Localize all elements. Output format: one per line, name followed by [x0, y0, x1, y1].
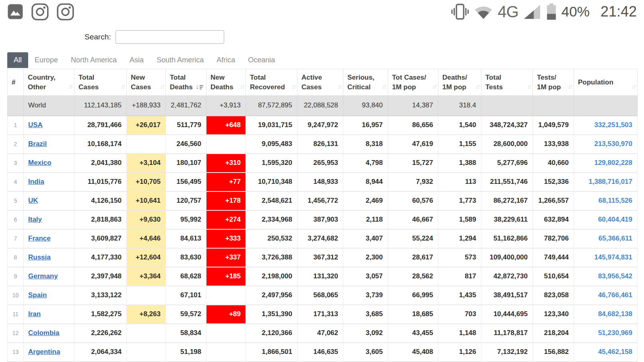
cell-total-cases: 2,064,334 [74, 343, 127, 362]
cell-deaths-1m-pop: 113 [438, 173, 481, 191]
cell-rank: 3 [8, 154, 24, 173]
population-link[interactable]: 46,766,461 [574, 286, 638, 305]
cell-new-deaths: +274 [206, 210, 246, 229]
cell-new-cases: +188,933 [127, 96, 166, 116]
cell-deaths-1m-pop: 1,540 [438, 116, 481, 135]
cell-active-cases: 265,953 [297, 154, 343, 173]
country-link-italy[interactable]: Italy [28, 216, 42, 223]
column-header-total-cases[interactable]: TotalCases↓↑ [74, 69, 127, 96]
column-header-total-deaths[interactable]: TotalDeaths↓ [166, 69, 206, 96]
column-header-new-deaths[interactable]: NewDeaths↓↑ [206, 69, 246, 96]
cell-rank: 7 [8, 229, 24, 248]
country-row: 8Russia4,177,330+12,60483,630+3373,726,3… [8, 248, 638, 267]
population-link[interactable]: 45,462,158 [574, 343, 638, 362]
cell-total-recovered: 2,198,000 [246, 267, 297, 286]
country-link-brazil[interactable]: Brazil [28, 140, 47, 148]
country-link-colombia[interactable]: Colombia [28, 329, 59, 337]
instagram-icon [57, 3, 74, 21]
country-link-iran[interactable]: Iran [28, 310, 41, 318]
tab-asia[interactable]: Asia [123, 52, 150, 68]
country-row: 6Italy2,818,863+9,63095,992+2742,334,968… [8, 210, 638, 229]
header-label: 1M pop [442, 82, 478, 92]
header-label: Country, [28, 73, 71, 82]
notification-icons [7, 3, 74, 21]
country-link-india[interactable]: India [28, 178, 44, 185]
country-row: 11Iran1,582,275+8,26359,572+891,351,3901… [8, 305, 638, 324]
tab-all[interactable]: All [7, 52, 28, 68]
gallery-icon [7, 4, 23, 20]
cell-new-deaths [206, 286, 246, 305]
cell-serious-critical: 3,057 [343, 267, 388, 286]
cell-total-cases: 3,133,122 [74, 286, 127, 305]
population-link[interactable]: 68,115,526 [574, 191, 638, 210]
column-header-total-tests[interactable]: TotalTests↓↑ [481, 69, 533, 96]
cell-new-deaths: +3,913 [206, 96, 246, 116]
cell-total-cases: 2,818,863 [74, 210, 127, 229]
column-header-active-cases[interactable]: ActiveCases↓↑ [297, 69, 343, 96]
country-link-spain[interactable]: Spain [28, 291, 47, 299]
population-link[interactable]: 213,530,970 [574, 135, 638, 154]
population-link[interactable]: 65,366,611 [574, 229, 638, 248]
country-link-mexico[interactable]: Mexico [28, 159, 52, 167]
cell-rank: 8 [8, 248, 24, 267]
cell-rank: 10 [8, 286, 24, 305]
tab-north-america[interactable]: North America [64, 52, 123, 68]
cell-total-recovered: 19,031,715 [246, 116, 297, 135]
cell-serious-critical: 3,605 [343, 343, 388, 362]
country-link-germany[interactable]: Germany [28, 272, 58, 280]
column-header-total-recovered[interactable]: TotalRecovered↓↑ [246, 69, 297, 96]
population-link[interactable]: 83,956,542 [574, 267, 638, 286]
sort-icon: ↓↑ [121, 83, 124, 90]
tab-oceania[interactable]: Oceania [242, 52, 281, 68]
population-link[interactable]: 129,802,228 [574, 154, 638, 173]
population-link[interactable]: 84,682,138 [574, 305, 638, 324]
column-header-deaths-1m-pop[interactable]: Deaths/1M pop↓↑ [438, 69, 481, 96]
tab-south-america[interactable]: South America [150, 52, 210, 68]
tab-africa[interactable]: Africa [210, 52, 242, 68]
cell-country: Russia [24, 248, 74, 267]
column-header-tests-1m-pop[interactable]: Tests/1M pop↓↑ [533, 69, 574, 96]
search-row: Search: [0, 23, 644, 51]
cell-tot-cases-1m-pop: 14,387 [388, 96, 438, 116]
population-link[interactable]: 332,251,503 [574, 116, 638, 135]
cell-total-tests: 10,444,695 [481, 305, 533, 324]
population-link[interactable]: 51,230,969 [574, 324, 638, 343]
cell-rank: 6 [8, 210, 24, 229]
column-header-serious-critical[interactable]: Serious,Critical↓↑ [343, 69, 388, 96]
population-link[interactable]: 145,974,831 [574, 248, 638, 267]
cell-deaths-1m-pop: 1,148 [438, 324, 481, 343]
cell-total-deaths: 68,628 [166, 267, 206, 286]
country-row: 4India11,015,776+10,705156,495+7710,710,… [8, 173, 638, 191]
cell-total-tests: 86,272,167 [481, 191, 533, 210]
cell-rank: 13 [8, 343, 24, 362]
cell-tot-cases-1m-pop: 28,562 [388, 267, 438, 286]
cellular-signal-icon [523, 4, 541, 20]
cell-total-deaths: 58,834 [166, 324, 206, 343]
column-header-tot-cases-1m-pop[interactable]: Tot Cases/1M pop↓↑ [388, 69, 438, 96]
cell-new-cases: +12,604 [127, 248, 166, 267]
header-label: Population [578, 78, 634, 87]
cell-active-cases: 826,131 [297, 135, 343, 154]
population-link[interactable]: 1,388,716,017 [574, 173, 638, 191]
sort-icon: ↓↑ [68, 83, 72, 90]
cell-new-cases [127, 324, 166, 343]
cell-total-recovered: 3,726,388 [246, 248, 297, 267]
country-link-argentina[interactable]: Argentina [28, 348, 60, 356]
cell-total-recovered: 2,497,956 [246, 286, 297, 305]
column-header-population[interactable]: Population↓↑ [574, 69, 638, 96]
cell-rank: 4 [8, 173, 24, 191]
cell-total-deaths: 84,613 [166, 229, 206, 248]
sort-icon: ↓↑ [240, 83, 244, 90]
header-label: Cases [301, 82, 340, 92]
country-link-russia[interactable]: Russia [28, 253, 51, 261]
cell-total-deaths: 59,572 [166, 305, 206, 324]
column-header-new-cases[interactable]: NewCases↓↑ [127, 69, 166, 96]
cell-new-deaths: +333 [206, 229, 246, 248]
country-link-uk[interactable]: UK [28, 197, 38, 204]
search-input[interactable] [116, 30, 224, 44]
tab-europe[interactable]: Europe [28, 52, 64, 68]
country-link-usa[interactable]: USA [28, 121, 43, 129]
column-header-country-other[interactable]: Country,Other↓↑ [24, 69, 74, 96]
population-link[interactable]: 60,404,419 [574, 210, 638, 229]
country-link-france[interactable]: France [28, 234, 51, 242]
